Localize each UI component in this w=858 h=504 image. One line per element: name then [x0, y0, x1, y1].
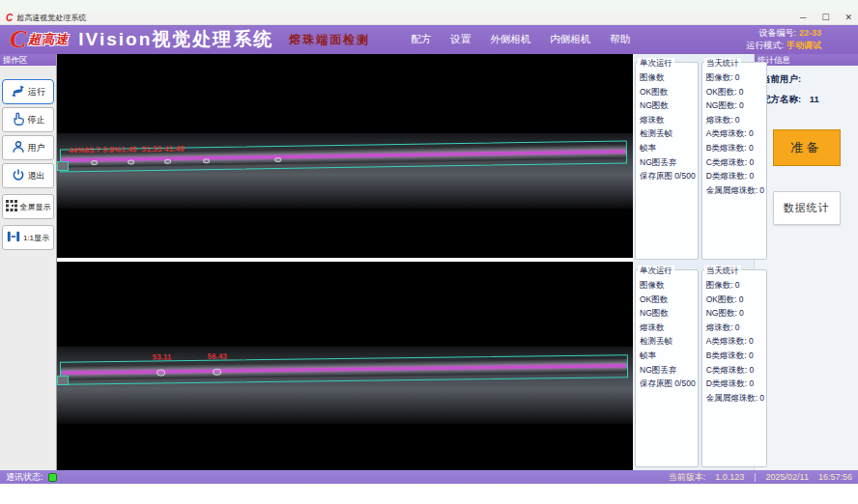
main-area: 操作区 运行 停止 用户 [0, 54, 858, 470]
single-run-stat: OK图数 [640, 85, 696, 99]
today-stats-rows: 图像数: 0OK图数: 0NG图数: 0熔珠数: 0A类熔珠数: 0B类熔珠数:… [706, 70, 764, 197]
single-run-stat: 保存原图 0/500 [640, 169, 696, 183]
menu-inner-camera[interactable]: 内侧相机 [550, 33, 590, 46]
outer-camera-viewport: 44%85.7 9.8%1.49 31.53 41.49 [57, 54, 633, 258]
current-user-label: 当前用户: [761, 73, 801, 84]
operation-sidebar: 操作区 运行 停止 用户 [0, 54, 57, 470]
single-run-box: 单次运行 图像数OK图数NG图数熔珠数检测丢帧帧率NG图丢弃保存原图 0/500 [635, 269, 699, 467]
hand-stop-icon [12, 112, 25, 127]
single-run-stat: 熔珠数 [640, 113, 696, 127]
version-value: 1.0.123 [715, 472, 744, 482]
version-info: 当前版本: 1.0.123 | 2025/02/11 16:57:56 [669, 471, 852, 484]
maximize-button[interactable]: ☐ [821, 14, 829, 22]
today-stats-title: 当天统计 [704, 266, 741, 277]
fullscreen-display-button[interactable]: 全屏显示 [2, 194, 54, 219]
single-run-stat: OK图数 [640, 293, 696, 307]
recipe-name-label: 配方名称: [761, 94, 801, 104]
close-button[interactable]: ✕ [844, 14, 852, 22]
today-stat: B类熔珠数: 0 [706, 349, 764, 363]
statistics-info-panel: 统计信息 当前用户: 配方名称: 11 准备 数据统计 [754, 54, 858, 470]
camera1-edge-marker [57, 161, 69, 171]
bead-marker [157, 369, 165, 376]
menu-recipe[interactable]: 配方 [411, 33, 431, 46]
fullscreen-button-label: 全屏显示 [20, 202, 51, 212]
app-logo-icon: C [6, 14, 13, 23]
one-to-one-icon [7, 231, 20, 244]
camera2-measurement-annotation: 56.43 [208, 352, 227, 361]
user-icon [12, 140, 25, 155]
desktop: C 超高速视觉处理系统 ─ ☐ ✕ C 超高速 IVision视觉处理系统 熔珠… [0, 0, 858, 504]
single-run-stat: 熔珠数 [640, 321, 696, 335]
today-stat: A类熔珠数: 0 [706, 334, 764, 349]
menu-outer-camera[interactable]: 外侧相机 [490, 33, 530, 46]
run-button[interactable]: 运行 [2, 79, 54, 104]
run-mode-label: 运行模式: [746, 41, 784, 50]
minimize-button[interactable]: ─ [800, 14, 806, 22]
inner-camera-viewport: 53.11 56.43 [57, 262, 633, 470]
single-run-stat: 检测丢帧 [640, 334, 696, 349]
one-to-one-display-button[interactable]: 1:1显示 [2, 225, 54, 250]
today-stat: 图像数: 0 [706, 278, 764, 293]
today-stats-title: 当天统计 [704, 58, 741, 70]
today-stat: OK图数: 0 [706, 293, 764, 307]
stop-button[interactable]: 停止 [2, 107, 54, 132]
single-run-stat: NG图数 [640, 306, 696, 321]
comm-status-label: 通讯状态: [6, 471, 43, 484]
single-run-stat: NG图丢弃 [640, 363, 696, 378]
comm-status-indicator [48, 473, 57, 482]
camera1-stats-group: 单次运行 图像数OK图数NG图数熔珠数检测丢帧帧率NG图丢弃保存原图 0/500… [635, 57, 752, 260]
brand-logo-icon: C [10, 27, 26, 52]
version-label: 当前版本: [669, 471, 706, 484]
prepare-button[interactable]: 准备 [773, 129, 841, 166]
header-info: 设备编号:22-33 运行模式:手动调试 [746, 27, 848, 52]
run-mode-value: 手动调试 [786, 41, 821, 50]
status-date: 2025/02/11 [766, 472, 809, 482]
bead-marker [213, 369, 221, 376]
current-user-line: 当前用户: [761, 73, 858, 86]
single-run-stat: 检测丢帧 [640, 126, 696, 141]
camera1-measurement-annotation: 44%85.7 9.8%1.49 31.53 41.49 [69, 145, 185, 155]
recipe-name-line: 配方名称: 11 [761, 94, 858, 106]
today-stat: D类熔珠数: 0 [706, 377, 764, 391]
run-cycle-icon [11, 85, 25, 99]
stop-button-label: 停止 [28, 114, 45, 126]
single-run-stat: NG图数 [640, 98, 696, 113]
single-run-stat: NG图丢弃 [640, 155, 696, 170]
single-run-stat: 保存原图 0/500 [640, 377, 696, 391]
statistics-column: 单次运行 图像数OK图数NG图数熔珠数检测丢帧帧率NG图丢弃保存原图 0/500… [633, 54, 754, 470]
titlebar: C 超高速视觉处理系统 ─ ☐ ✕ [0, 12, 858, 25]
user-button-label: 用户 [28, 142, 45, 154]
info-panel-title: 统计信息 [755, 54, 858, 66]
status-time: 16:57:56 [818, 472, 852, 482]
single-run-title: 单次运行 [638, 266, 674, 277]
today-stat: 金属屑熔珠数: 0 [706, 183, 764, 198]
today-stat: NG图数: 0 [706, 98, 764, 113]
user-button[interactable]: 用户 [2, 135, 54, 160]
today-stats-rows: 图像数: 0OK图数: 0NG图数: 0熔珠数: 0A类熔珠数: 0B类熔珠数:… [706, 278, 764, 405]
camera2-measurement-annotation: 53.11 [153, 352, 172, 361]
data-statistics-button[interactable]: 数据统计 [773, 191, 841, 225]
status-bar: 通讯状态: 当前版本: 1.0.123 | 2025/02/11 16:57:5… [0, 470, 858, 484]
device-number-value: 22-33 [799, 28, 821, 38]
power-icon [12, 168, 25, 183]
menu-settings[interactable]: 设置 [450, 33, 471, 46]
app-header: C 超高速 IVision视觉处理系统 熔珠端面检测 配方 设置 外侧相机 内侧… [0, 25, 858, 54]
today-stat: 熔珠数: 0 [706, 321, 764, 335]
brand-name: 超高速 [28, 31, 69, 48]
exit-button[interactable]: 退出 [2, 163, 54, 188]
today-stat: 金属屑熔珠数: 0 [706, 391, 764, 406]
single-run-rows: 图像数OK图数NG图数熔珠数检测丢帧帧率NG图丢弃保存原图 0/500 [640, 278, 696, 391]
today-stat: 图像数: 0 [706, 70, 764, 85]
app-subtitle: 熔珠端面检测 [289, 32, 370, 48]
exit-button-label: 退出 [28, 170, 45, 182]
camera2-stats-group: 单次运行 图像数OK图数NG图数熔珠数检测丢帧帧率NG图丢弃保存原图 0/500… [635, 265, 752, 467]
window-controls: ─ ☐ ✕ [800, 14, 852, 22]
camera-viewports: 44%85.7 9.8%1.49 31.53 41.49 53.11 56.43 [57, 54, 633, 470]
device-number-label: 设备编号: [758, 28, 796, 38]
menu-help[interactable]: 帮助 [610, 33, 630, 46]
one-to-one-button-label: 1:1显示 [23, 233, 49, 243]
today-stat: C类熔珠数: 0 [706, 363, 764, 378]
today-stat: C类熔珠数: 0 [706, 155, 764, 170]
separator: | [754, 472, 756, 482]
single-run-stat: 图像数 [640, 278, 696, 293]
